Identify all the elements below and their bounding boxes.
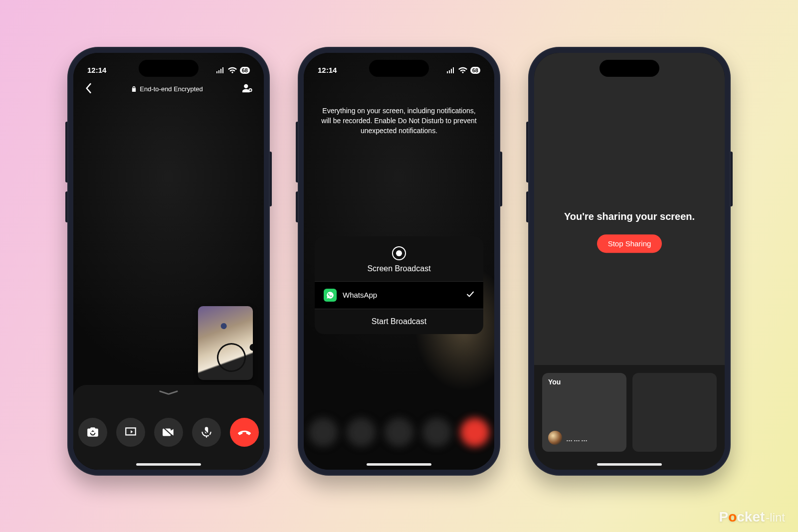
- wifi-icon: [458, 66, 467, 75]
- watermark: Pocket-lint: [719, 509, 785, 525]
- chevron-left-icon: [84, 83, 92, 94]
- share-screen-button[interactable]: [116, 418, 145, 447]
- sharing-title: You're sharing your screen.: [534, 211, 725, 222]
- phone-3-screen: You're sharing your screen. Stop Sharing…: [534, 53, 725, 470]
- self-view-pip[interactable]: [198, 306, 253, 380]
- status-right: 68: [216, 66, 250, 75]
- sharing-message: You're sharing your screen. Stop Sharing: [534, 211, 725, 253]
- self-label: You: [548, 378, 561, 386]
- encryption-label: End-to-end Encrypted: [131, 85, 202, 93]
- hangup-icon: [238, 426, 251, 439]
- end-call-button[interactable]: [230, 418, 259, 447]
- phone-1: 12:14 68 End-to-end Encrypted: [67, 47, 270, 476]
- add-participant-button[interactable]: [242, 83, 253, 95]
- mic-off-icon: [200, 426, 213, 439]
- blurred-call-controls: [304, 418, 494, 447]
- home-indicator[interactable]: [136, 463, 201, 466]
- status-right: 68: [446, 66, 480, 75]
- toggle-video-button[interactable]: [154, 418, 183, 447]
- phone-2-screen: 12:14 68 Everything on your screen, incl…: [304, 53, 494, 470]
- checkmark-icon: [466, 290, 474, 300]
- self-tile[interactable]: You ………: [542, 373, 626, 452]
- cellular-icon: [216, 66, 225, 75]
- whatsapp-icon: [324, 289, 337, 302]
- avatar: [548, 431, 562, 445]
- broadcast-warning-text: Everything on your screen, including not…: [319, 106, 479, 136]
- flip-camera-icon: [86, 426, 99, 439]
- person-add-icon: [242, 83, 253, 93]
- flip-camera-button[interactable]: [78, 418, 107, 447]
- status-time: 12:14: [318, 66, 337, 74]
- video-off-icon: [162, 426, 175, 439]
- participants-bar: You ………: [534, 365, 725, 470]
- broadcast-sheet-title: Screen Broadcast: [315, 264, 483, 273]
- home-indicator[interactable]: [597, 463, 662, 466]
- dynamic-island: [139, 60, 199, 77]
- dynamic-island: [369, 60, 429, 77]
- stop-sharing-button[interactable]: Stop Sharing: [597, 234, 662, 253]
- status-time: 12:14: [87, 66, 106, 74]
- dynamic-island: [599, 60, 659, 77]
- call-controls-tray: [73, 385, 264, 470]
- wifi-icon: [228, 66, 237, 75]
- redacted-name: ………: [566, 435, 589, 443]
- back-button[interactable]: [84, 83, 92, 96]
- broadcast-app-row[interactable]: WhatsApp: [315, 281, 483, 309]
- broadcast-app-name: WhatsApp: [343, 291, 377, 299]
- broadcast-sheet-header: Screen Broadcast: [315, 236, 483, 281]
- phone-1-screen: 12:14 68 End-to-end Encrypted: [73, 53, 264, 470]
- battery-badge: 68: [240, 67, 250, 74]
- stage: 12:14 68 End-to-end Encrypted: [0, 0, 798, 532]
- lock-icon: [131, 86, 137, 92]
- home-indicator[interactable]: [367, 463, 431, 466]
- mute-button[interactable]: [192, 418, 221, 447]
- record-icon: [392, 246, 406, 260]
- tray-grabber-icon[interactable]: [159, 390, 178, 395]
- cellular-icon: [446, 66, 455, 75]
- start-broadcast-button[interactable]: Start Broadcast: [315, 309, 483, 334]
- call-header: End-to-end Encrypted: [73, 83, 264, 96]
- phone-3: You're sharing your screen. Stop Sharing…: [528, 47, 731, 476]
- battery-badge: 68: [470, 67, 480, 74]
- share-screen-icon: [124, 426, 137, 439]
- phone-2: 12:14 68 Everything on your screen, incl…: [298, 47, 500, 476]
- participant-tile[interactable]: [632, 373, 717, 452]
- broadcast-sheet: Screen Broadcast WhatsApp Start Broadcas…: [315, 236, 483, 334]
